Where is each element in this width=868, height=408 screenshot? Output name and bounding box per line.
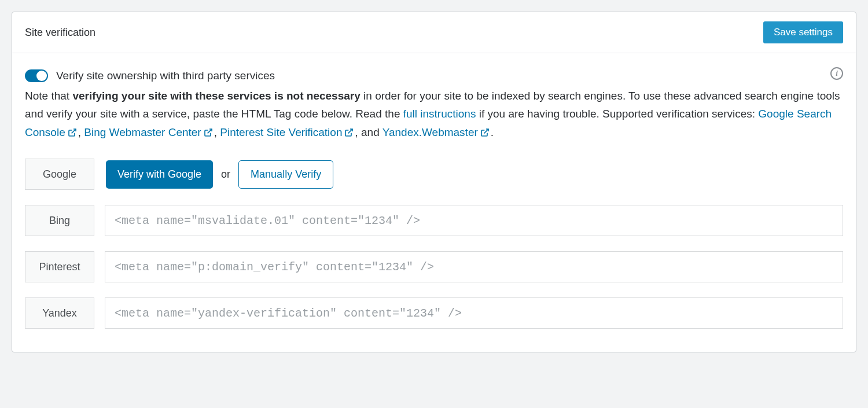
bing-webmaster-link[interactable]: Bing Webmaster Center [84,126,201,138]
panel-title: Site verification [25,27,95,39]
yandex-row: Yandex [25,297,843,329]
manually-verify-button[interactable]: Manually Verify [238,160,333,189]
external-link-icon [68,124,77,142]
full-instructions-link[interactable]: full instructions [403,108,476,120]
save-settings-button[interactable]: Save settings [763,21,843,43]
google-controls: Verify with Google or Manually Verify [106,159,333,190]
bing-input[interactable] [105,205,843,236]
external-link-icon [204,124,213,142]
bing-row: Bing [25,205,843,236]
description-text: Note that verifying your site with these… [25,87,843,142]
pinterest-input[interactable] [105,251,843,282]
panel-body: i Verify site ownership with third party… [12,53,856,352]
toggle-label: Verify site ownership with third party s… [56,69,275,82]
panel-header: Site verification Save settings [12,12,856,53]
svg-line-0 [71,129,75,133]
description-after-instructions: if you are having trouble. Supported ver… [476,108,758,120]
description-note-prefix: Note that [25,90,72,102]
google-row: Google Verify with Google or Manually Ve… [25,159,843,190]
toggle-row: Verify site ownership with third party s… [25,69,843,82]
yandex-webmaster-link[interactable]: Yandex.Webmaster [382,126,478,138]
sep2: , [214,126,220,138]
sep1: , [78,126,84,138]
or-text: or [221,168,230,181]
pinterest-verification-link[interactable]: Pinterest Site Verification [220,126,342,138]
bing-label: Bing [25,205,94,236]
external-link-icon [480,124,490,142]
external-link-icon [344,124,354,142]
pinterest-row: Pinterest [25,251,843,282]
description-bold: verifying your site with these services … [72,90,360,102]
svg-line-2 [348,129,352,133]
site-verification-panel: Site verification Save settings i Verify… [12,12,856,352]
svg-line-3 [484,129,488,133]
toggle-knob [36,71,47,81]
info-icon[interactable]: i [830,67,843,80]
yandex-input[interactable] [105,297,843,329]
sep3: , and [355,126,382,138]
verify-toggle[interactable] [25,69,48,82]
svg-line-1 [207,129,211,133]
yandex-label: Yandex [25,297,94,329]
google-label: Google [25,159,94,190]
period: . [491,126,494,138]
verify-with-google-button[interactable]: Verify with Google [106,160,213,189]
pinterest-label: Pinterest [25,251,94,282]
